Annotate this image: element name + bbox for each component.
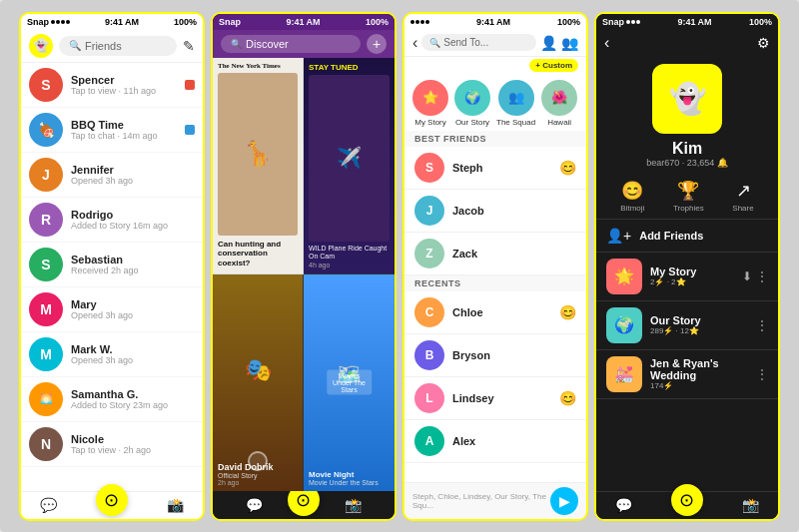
send-item-chloe[interactable]: C Chloe 😊 (404, 291, 586, 334)
friend-item-sebastian[interactable]: S Sebastian Received 2h ago (21, 243, 203, 287)
send-button[interactable]: ▶ (550, 487, 578, 515)
compose-icon[interactable]: ✎ (183, 38, 195, 54)
david-play-btn[interactable] (248, 451, 268, 471)
nav-stories-icon[interactable]: 📸 (167, 497, 184, 513)
story-item-mystory[interactable]: ⭐ My Story (412, 80, 448, 127)
send-item-jacob[interactable]: J Jacob (404, 190, 586, 233)
send-item-zack[interactable]: Z Zack (404, 233, 586, 275)
discover-search[interactable]: 🔍 Discover (221, 35, 361, 53)
download-icon-mystory[interactable]: ⬇ (742, 269, 752, 283)
card-nyt[interactable]: The New York Times 🦒 Can hunting and con… (213, 58, 304, 274)
profile-actions: 😊 Bitmoji 🏆 Trophies ↗ Share (596, 174, 778, 220)
dot4 (66, 20, 70, 24)
status-bar-1: Snap 9:41 AM 100% (21, 14, 203, 30)
trophies-action[interactable]: 🏆 Trophies (673, 180, 704, 213)
avatar-markw: M (29, 337, 63, 371)
add-discover-icon[interactable]: + (367, 34, 387, 54)
nav-chat-icon[interactable]: 💬 (40, 497, 57, 513)
story-item-hawaii[interactable]: 🌺 Hawaii (541, 80, 577, 127)
friend-item-nicole[interactable]: N Nicole Tap to view · 2h ago (21, 422, 203, 467)
avatar-steph: S (414, 153, 444, 183)
back-button[interactable]: ‹ (412, 34, 417, 52)
share-label: Share (732, 204, 753, 213)
card-david[interactable]: 🎭 David Dobrik Official Story 2h ago (213, 274, 304, 491)
nav-chat-icon-4[interactable]: 💬 (615, 497, 632, 513)
send-item-alex[interactable]: A Alex (404, 420, 586, 463)
friend-item-jennifer[interactable]: J Jennifer Opened 3h ago (21, 153, 203, 198)
friend-info-sebastian: Sebastian Received 2h ago (71, 254, 195, 275)
search-icon-1: 🔍 (69, 40, 81, 51)
send-name-bryson: Bryson (452, 349, 576, 361)
friend-item-spencer[interactable]: S Spencer Tap to view · 11h ago (21, 63, 203, 108)
share-action[interactable]: ↗ Share (732, 180, 753, 213)
status-left-4: Snap (602, 17, 640, 27)
avatar-rodrigo: R (29, 203, 63, 237)
card-map[interactable]: 🗺️ Movie Night Movie Under the Stars Mov… (304, 274, 395, 491)
snapcode: 👻 (652, 64, 722, 134)
best-friends-list: S Steph 😊 J Jacob Z Zack RECENTS C Chloe… (404, 147, 586, 482)
friend-item-markw[interactable]: M Mark W. Opened 3h ago (21, 332, 203, 377)
carrier-1: Snap (27, 17, 49, 27)
send-item-steph[interactable]: S Steph 😊 (404, 147, 586, 190)
nav-stories-icon-2[interactable]: 📸 (345, 497, 362, 513)
status-left-3 (410, 20, 429, 24)
avatar-bryson: B (414, 340, 444, 370)
story-item-ourstory[interactable]: 🌍 Our Story (454, 80, 490, 127)
send-item-lindsey[interactable]: L Lindsey 😊 (404, 377, 586, 420)
friend-status-samantha: Added to Story 23m ago (71, 400, 195, 410)
bottom-nav-2: 💬 ⊙ 📸 (213, 491, 395, 519)
avatar-alex: A (414, 426, 444, 456)
status-bar-4: Snap 9:41 AM 100% (596, 14, 778, 30)
custom-button[interactable]: + Custom (529, 59, 578, 72)
snapcode-ghost: 👻 (669, 81, 706, 116)
status-bar-2: Snap 9:41 AM 100% (213, 14, 395, 30)
capture-button-1[interactable]: ⊙ (96, 484, 128, 516)
sendto-search[interactable]: 🔍 Send To... (421, 34, 536, 51)
friend-item-mary[interactable]: M Mary Opened 3h ago (21, 287, 203, 332)
add-friends-row[interactable]: 👤+ Add Friends (596, 220, 778, 253)
more-icon-wedding[interactable]: ⋮ (756, 367, 768, 381)
battery-1: 100% (174, 17, 197, 27)
story-info-wedding: Jen & Ryan's Wedding 174⚡ (650, 357, 748, 390)
friend-info-jennifer: Jennifer Opened 3h ago (71, 164, 195, 186)
more-icon-mystory[interactable]: ⋮ (756, 269, 768, 283)
friends-search[interactable]: 🔍 Friends (59, 36, 177, 56)
ghost-icon[interactable]: 👻 (29, 34, 53, 58)
bitmoji-action[interactable]: 😊 Bitmoji (620, 180, 644, 213)
custom-row: + Custom (404, 57, 586, 74)
story-row-mystory[interactable]: 🌟 My Story 2⚡ · 2⭐ ⬇ ⋮ (596, 253, 778, 301)
profile-back-icon[interactable]: ‹ (604, 34, 609, 52)
profile-section: 👻 Kim bear670 · 23,654 🔔 (596, 56, 778, 174)
story-item-squad[interactable]: 👥 The Squad (496, 80, 535, 127)
dot4-3 (636, 20, 640, 24)
story-meta-wedding: 174⚡ (650, 381, 748, 390)
story-avatar-squad: 👥 (498, 80, 534, 116)
friend-item-samantha[interactable]: 🌅 Samantha G. Added to Story 23m ago (21, 377, 203, 422)
battery-4: 100% (749, 17, 772, 27)
card-staytuned[interactable]: STAY TUNED ✈️ WILD Plane Ride Caught On … (304, 58, 395, 274)
avatar-lindsey: L (414, 383, 444, 413)
signal-dots-1 (51, 20, 70, 24)
dot2 (56, 20, 60, 24)
more-icon-ourstory[interactable]: ⋮ (756, 318, 768, 332)
settings-icon[interactable]: ⚙ (757, 35, 770, 51)
status-left-1: Snap (27, 17, 70, 27)
group-icon[interactable]: 👥 (561, 35, 578, 51)
friend-name-jennifer: Jennifer (71, 164, 195, 176)
person-icon[interactable]: 👤 (540, 35, 557, 51)
story-actions-mystory: ⬇ ⋮ (742, 269, 768, 283)
recipients-text: Steph, Chloe, Lindsey, Our Story, The Sq… (412, 492, 550, 510)
story-row-ourstory[interactable]: 🌍 Our Story 289⚡ · 12⭐ ⋮ (596, 301, 778, 350)
nav-ghost-icon-2[interactable]: 💬 (246, 497, 263, 513)
story-thumb-ourstory: 🌍 (606, 307, 642, 343)
friends-header: 👻 🔍 Friends ✎ (21, 30, 203, 63)
badge-bbq (185, 125, 195, 135)
time-2: 9:41 AM (286, 17, 320, 27)
send-item-bryson[interactable]: B Bryson (404, 334, 586, 377)
friend-item-bbq[interactable]: 🍖 BBQ Time Tap to chat · 14m ago (21, 108, 203, 153)
nav-discover-icon-4[interactable]: 📸 (742, 497, 759, 513)
friend-item-rodrigo[interactable]: R Rodrigo Added to Story 16m ago (21, 198, 203, 243)
capture-button-4[interactable]: ⊙ (671, 484, 703, 516)
dot3-1 (410, 20, 414, 24)
story-row-wedding[interactable]: 💒 Jen & Ryan's Wedding 174⚡ ⋮ (596, 350, 778, 399)
